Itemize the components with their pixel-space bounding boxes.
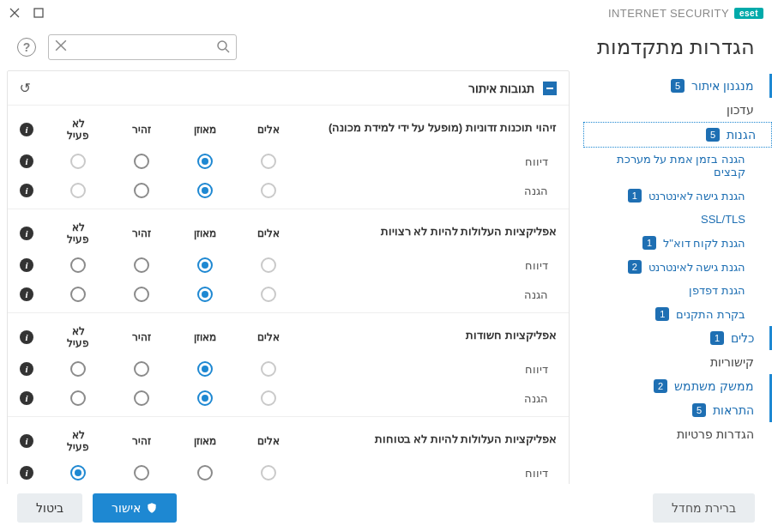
radio-off[interactable] bbox=[70, 287, 86, 302]
row-1-0: דיווחi bbox=[20, 251, 557, 280]
section-0: זיהוי תוכנות זדוניות (מופעל על ידי למידת… bbox=[8, 106, 569, 209]
info-icon[interactable]: i bbox=[20, 434, 33, 448]
sidebar-badge: 5 bbox=[671, 79, 685, 93]
search-wrap: ? bbox=[17, 34, 237, 60]
level-header-off: לא פעיל bbox=[59, 118, 97, 142]
radio-balanced[interactable] bbox=[197, 154, 213, 169]
sidebar-item-12[interactable]: ממשק משתמש2 bbox=[583, 374, 772, 398]
sidebar-badge: 1 bbox=[710, 331, 724, 345]
level-header-balanced: מאוזן bbox=[186, 331, 224, 343]
sidebar-item-4[interactable]: הגנת גישה לאינטרנט1 bbox=[583, 184, 772, 208]
radio-aggressive[interactable] bbox=[261, 390, 276, 406]
sidebar-item-9[interactable]: בקרת התקנים1 bbox=[583, 302, 772, 326]
sidebar-badge: 1 bbox=[628, 189, 642, 203]
radio-aggressive[interactable] bbox=[261, 183, 276, 198]
row-2-0: דיווחi bbox=[20, 354, 557, 384]
info-icon[interactable]: i bbox=[20, 466, 33, 480]
info-icon[interactable]: i bbox=[20, 391, 33, 405]
cancel-button[interactable]: ביטול bbox=[17, 493, 82, 523]
radio-cautious[interactable] bbox=[134, 465, 149, 481]
svg-point-1 bbox=[218, 41, 226, 50]
radio-cautious[interactable] bbox=[134, 361, 149, 377]
sidebar-item-5[interactable]: SSL/TLS bbox=[583, 208, 772, 231]
sidebar-item-label: הגנת גישה לאינטרנט bbox=[648, 261, 745, 274]
sidebar-item-label: הגנה בזמן אמת על מערכת קבצים bbox=[590, 153, 745, 178]
sidebar-item-6[interactable]: הגנת לקוח דוא"ל1 bbox=[583, 231, 772, 255]
sidebar-item-7[interactable]: הגנת גישה לאינטרנט2 bbox=[583, 255, 772, 279]
sidebar-item-2[interactable]: הגנות5 bbox=[583, 122, 772, 148]
radio-off[interactable] bbox=[70, 257, 86, 273]
close-icon[interactable] bbox=[9, 7, 21, 19]
collapse-icon[interactable] bbox=[543, 82, 557, 95]
sidebar-item-14[interactable]: הגדרות פרטיות bbox=[583, 422, 772, 446]
radio-aggressive[interactable] bbox=[261, 257, 276, 273]
radio-balanced[interactable] bbox=[197, 465, 213, 481]
sidebar-item-3[interactable]: הגנה בזמן אמת על מערכת קבצים bbox=[583, 148, 772, 184]
radio-aggressive[interactable] bbox=[261, 287, 276, 302]
radio-aggressive[interactable] bbox=[261, 154, 276, 169]
radio-off[interactable] bbox=[70, 361, 86, 377]
sidebar-item-0[interactable]: מנגנון איתור5 bbox=[583, 74, 772, 98]
sidebar-item-label: SSL/TLS bbox=[701, 213, 745, 226]
sidebar-item-label: ממשק משתמש bbox=[674, 379, 754, 393]
radio-balanced[interactable] bbox=[197, 287, 213, 302]
default-button[interactable]: ברירת מחדל bbox=[653, 493, 755, 523]
info-icon[interactable]: i bbox=[20, 154, 33, 168]
sidebar-item-label: הגנת דפדפן bbox=[689, 284, 745, 297]
panel-title: תגובות איתור bbox=[468, 82, 534, 95]
sidebar-item-label: הגדרות פרטיות bbox=[677, 427, 754, 441]
level-header-aggressive: אלים bbox=[250, 331, 287, 343]
radio-balanced[interactable] bbox=[197, 257, 213, 273]
sidebar-item-13[interactable]: התראות5 bbox=[583, 398, 772, 422]
content: תגובות איתור ↻ זיהוי תוכנות זדוניות (מופ… bbox=[0, 70, 583, 527]
radio-cautious[interactable] bbox=[134, 154, 149, 169]
row-1-1: הגנהi bbox=[20, 280, 557, 309]
search-input[interactable] bbox=[48, 34, 237, 60]
radio-cautious[interactable] bbox=[134, 183, 149, 198]
radio-off[interactable] bbox=[70, 154, 86, 169]
info-icon[interactable]: i bbox=[20, 123, 33, 136]
level-header-aggressive: אלים bbox=[250, 435, 287, 447]
maximize-icon[interactable] bbox=[33, 7, 45, 19]
row-label: הגנה bbox=[287, 288, 557, 301]
help-button[interactable]: ? bbox=[17, 38, 36, 57]
sidebar-item-1[interactable]: עדכון bbox=[583, 98, 772, 122]
brand-product: INTERNET SECURITY bbox=[608, 7, 729, 20]
info-icon[interactable]: i bbox=[20, 258, 33, 272]
footer: ברירת מחדל אישור ביטול bbox=[0, 484, 772, 532]
info-icon[interactable]: i bbox=[20, 287, 33, 301]
sidebar-item-label: התראות bbox=[713, 403, 754, 417]
row-3-0: דיווחi bbox=[20, 458, 557, 487]
sidebar-item-label: בקרת התקנים bbox=[676, 308, 745, 321]
info-icon[interactable]: i bbox=[20, 330, 33, 344]
sidebar: מנגנון איתור5עדכוןהגנות5הגנה בזמן אמת על… bbox=[583, 70, 772, 527]
info-icon[interactable]: i bbox=[20, 362, 33, 376]
ok-button[interactable]: אישור bbox=[93, 493, 177, 523]
titlebar: eset INTERNET SECURITY bbox=[0, 0, 772, 26]
radio-cautious[interactable] bbox=[134, 287, 149, 302]
ok-label: אישור bbox=[112, 501, 141, 515]
sidebar-item-label: הגנות bbox=[727, 128, 756, 142]
sidebar-item-8[interactable]: הגנת דפדפן bbox=[583, 279, 772, 302]
sidebar-item-11[interactable]: קישוריות bbox=[583, 350, 772, 374]
info-icon[interactable]: i bbox=[20, 184, 33, 197]
radio-off[interactable] bbox=[70, 183, 86, 198]
clear-search-icon[interactable] bbox=[55, 39, 67, 51]
radio-aggressive[interactable] bbox=[261, 465, 276, 481]
radio-cautious[interactable] bbox=[134, 257, 149, 273]
level-header-aggressive: אלים bbox=[250, 227, 287, 239]
radio-balanced[interactable] bbox=[197, 390, 213, 406]
radio-balanced[interactable] bbox=[197, 183, 213, 198]
info-icon[interactable]: i bbox=[20, 227, 33, 240]
radio-off[interactable] bbox=[70, 390, 86, 406]
level-header-off: לא פעיל bbox=[59, 429, 97, 453]
radio-balanced[interactable] bbox=[197, 361, 213, 377]
section-3: אפליקציות העלולות להיות לא בטוחותiלא פעי… bbox=[8, 417, 569, 491]
row-label: דיווח bbox=[287, 467, 557, 480]
radio-cautious[interactable] bbox=[134, 390, 149, 406]
reset-icon[interactable]: ↻ bbox=[20, 80, 31, 96]
radio-aggressive[interactable] bbox=[261, 361, 276, 377]
sidebar-item-10[interactable]: כלים1 bbox=[583, 326, 772, 350]
radio-off[interactable] bbox=[70, 465, 86, 481]
page-title: הגדרות מתקדמות bbox=[597, 35, 755, 59]
